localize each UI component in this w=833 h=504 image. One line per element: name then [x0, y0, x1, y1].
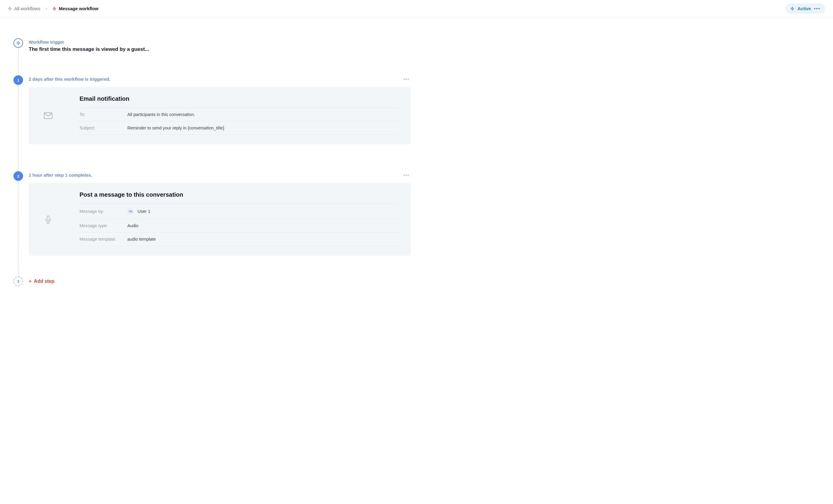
trigger-node[interactable] [14, 38, 23, 48]
step-row: 1 2 days after this workflow is triggere… [8, 75, 411, 171]
step-node[interactable]: 1 [14, 75, 23, 85]
trigger-description: The first time this message is viewed by… [29, 46, 149, 52]
breadcrumb-root-label: All workflows [14, 6, 40, 11]
add-step-row: 3 + Add step [8, 277, 411, 286]
breadcrumb-current-label: Message workflow [59, 6, 99, 11]
chevron-right-icon [45, 7, 48, 10]
field-value: Audio [127, 223, 399, 228]
breadcrumb: All workflows Message workflow [8, 6, 98, 11]
step-more-button[interactable]: ••• [402, 173, 411, 177]
breadcrumb-current: Message workflow [52, 6, 99, 11]
bolt-icon [790, 6, 794, 11]
more-icon[interactable]: ••• [814, 6, 820, 11]
field-value: All participants in this conversation. [127, 112, 399, 117]
card-title: Email notification [79, 95, 399, 102]
workflow-status-pill[interactable]: Active ••• [785, 4, 825, 14]
field-label: Message template: [79, 237, 127, 242]
add-step-node[interactable]: 3 [14, 277, 23, 286]
user-badge: U1 [127, 208, 134, 215]
add-step-label: Add step [34, 279, 54, 284]
field-row: Message type: Audio [79, 219, 399, 232]
trigger-row: Workflow trigger The first time this mes… [8, 38, 411, 75]
add-step-number: 3 [17, 279, 19, 284]
step-number: 1 [17, 78, 19, 82]
bolt-icon [52, 6, 56, 11]
plus-icon: + [29, 279, 31, 284]
field-row: Message template: audio template [79, 232, 399, 246]
field-label: Message by: [79, 209, 127, 214]
step-number: 2 [17, 174, 19, 178]
step-card[interactable]: Post a message to this conversation Mess… [29, 183, 411, 256]
svg-marker-3 [17, 41, 20, 45]
field-row: Message by: U1 User 1 [79, 203, 399, 219]
svg-rect-5 [47, 216, 49, 220]
field-row: Subject: Reminder to send your reply in … [79, 121, 399, 135]
mail-icon [29, 87, 68, 144]
field-value: audio template [127, 237, 399, 242]
microphone-icon [29, 183, 68, 256]
field-label: Message type: [79, 223, 127, 228]
step-card[interactable]: Email notification To: All participants … [29, 87, 411, 144]
field-label: To: [79, 112, 127, 117]
field-label: Subject: [79, 125, 127, 130]
bolt-icon [8, 6, 12, 11]
card-title: Post a message to this conversation [79, 191, 399, 198]
svg-marker-1 [53, 7, 56, 10]
status-label: Active [798, 6, 811, 11]
svg-marker-0 [8, 7, 11, 10]
add-step-button[interactable]: + Add step [29, 279, 54, 284]
step-more-button[interactable]: ••• [402, 77, 411, 81]
step-timing[interactable]: 1 hour after step 1 completes. [29, 172, 92, 177]
field-value: Reminder to send your reply in {conversa… [127, 125, 399, 130]
field-value: User 1 [138, 209, 150, 214]
trigger-label[interactable]: Workflow trigger [29, 40, 149, 45]
step-row: 2 1 hour after step 1 completes. ••• Pos… [8, 171, 411, 277]
breadcrumb-root[interactable]: All workflows [8, 6, 40, 11]
field-row: To: All participants in this conversatio… [79, 107, 399, 121]
workflow-canvas: Workflow trigger The first time this mes… [0, 17, 419, 298]
step-node[interactable]: 2 [14, 171, 23, 181]
top-bar: All workflows Message workflow Active ••… [0, 0, 833, 17]
step-timing[interactable]: 2 days after this workflow is triggered. [29, 76, 110, 81]
svg-marker-2 [791, 7, 794, 10]
